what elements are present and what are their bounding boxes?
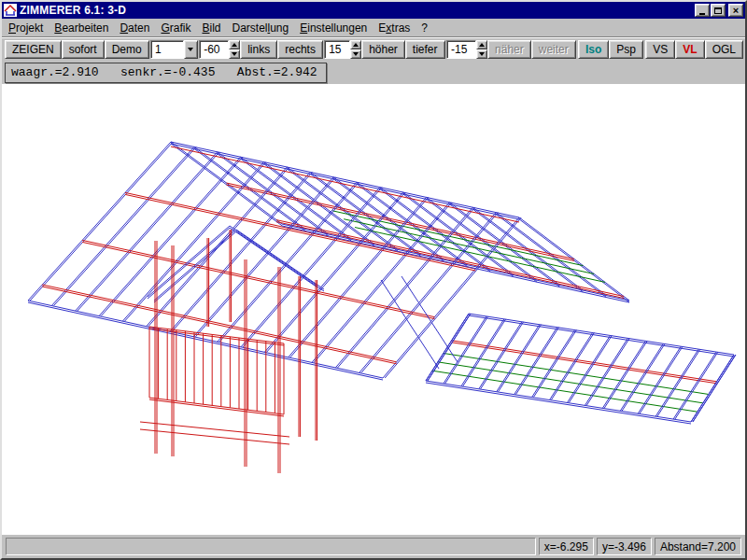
window-title: ZIMMERER 6.1: 3-D xyxy=(20,4,695,17)
menubar: ProjektBearbeitenDatenGrafikBildDarstell… xyxy=(2,19,745,37)
weiter-button: weiter xyxy=(531,40,576,59)
links-button[interactable]: links xyxy=(240,40,277,59)
tiefer-button[interactable]: tiefer xyxy=(405,40,445,59)
arrow-up-icon xyxy=(353,43,359,47)
menu-item-grafik[interactable]: Grafik xyxy=(155,20,196,36)
rotation-spinner-value[interactable]: -60 xyxy=(199,40,229,59)
close-button[interactable]: × xyxy=(728,4,743,17)
titlebar: ZIMMERER 6.1: 3-D × xyxy=(2,2,745,19)
psp-button[interactable]: Psp xyxy=(609,40,643,59)
maximize-icon xyxy=(714,7,722,14)
wireframe-drawing xyxy=(2,84,745,534)
dropdown-arrow-icon xyxy=(188,48,193,51)
chevron-down-icon[interactable] xyxy=(184,40,198,59)
menu-item-projekt[interactable]: Projekt xyxy=(3,20,49,36)
arrow-down-icon xyxy=(479,52,485,56)
rechts-button[interactable]: rechts xyxy=(277,40,323,59)
menu-item-help[interactable]: ? xyxy=(416,20,433,36)
menu-item-bild[interactable]: Bild xyxy=(196,20,226,36)
rotation-spinner[interactable]: -60 xyxy=(199,40,240,59)
titlebar-controls: × xyxy=(695,4,743,17)
menu-item-einstellungen[interactable]: Einstellungen xyxy=(294,20,373,36)
status-x-coordinate: x=-6.295 xyxy=(539,538,594,555)
menu-item-extras[interactable]: Extras xyxy=(373,20,416,36)
view-combobox-value[interactable]: 1 xyxy=(150,40,184,59)
view-combobox[interactable]: 1 xyxy=(150,40,198,59)
status-abstand: Abstand=7.200 xyxy=(655,538,741,555)
distance-spinner-value[interactable]: -15 xyxy=(446,40,476,59)
status-y-coordinate: y=-3.496 xyxy=(597,538,652,555)
distance-spin-down-button[interactable] xyxy=(476,49,487,59)
hoeher-button[interactable]: höher xyxy=(361,40,405,59)
maximize-button[interactable] xyxy=(711,4,726,17)
minimize-button[interactable] xyxy=(695,4,710,17)
vs-button[interactable]: VS xyxy=(645,40,675,59)
statusbar-message-area xyxy=(6,538,536,555)
tilt-spin-up-button[interactable] xyxy=(350,40,361,49)
demo-button[interactable]: Demo xyxy=(105,40,149,59)
rotation-spin-down-button[interactable] xyxy=(229,49,240,59)
naeher-button: näher xyxy=(487,40,531,59)
arrow-up-icon xyxy=(232,43,237,47)
sofort-button[interactable]: sofort xyxy=(62,40,105,59)
arrow-down-icon xyxy=(232,52,237,56)
arrow-down-icon xyxy=(353,52,359,56)
toolbar: ZEIGENsofortDemo1-60linksrechts15höherti… xyxy=(2,37,745,62)
ogl-button[interactable]: OGL xyxy=(705,40,743,59)
arrow-up-icon xyxy=(479,43,485,47)
statusbar: x=-6.295 y=-3.496 Abstand=7.200 xyxy=(2,534,745,558)
tilt-spinner[interactable]: 15 xyxy=(324,40,361,59)
distance-spinner-buttons xyxy=(476,40,487,59)
menu-item-daten[interactable]: Daten xyxy=(114,20,155,36)
drawing-canvas[interactable] xyxy=(2,84,745,534)
wireframe-geometry xyxy=(28,142,736,473)
rotation-spinner-buttons xyxy=(229,40,240,59)
menu-item-darstellung[interactable]: Darstellung xyxy=(227,20,295,36)
rotation-spin-up-button[interactable] xyxy=(229,40,240,49)
measurement-readout: waagr.=2.910 senkr.=-0.435 Abst.=2.942 xyxy=(5,63,327,83)
zeigen-button[interactable]: ZEIGEN xyxy=(5,40,62,59)
info-row: waagr.=2.910 senkr.=-0.435 Abst.=2.942 xyxy=(2,62,745,84)
tilt-spin-down-button[interactable] xyxy=(350,49,361,59)
tilt-spinner-buttons xyxy=(350,40,361,59)
vl-button[interactable]: VL xyxy=(675,40,704,59)
distance-spin-up-button[interactable] xyxy=(476,40,487,49)
app-icon[interactable] xyxy=(4,4,17,17)
distance-spinner[interactable]: -15 xyxy=(446,40,487,59)
tilt-spinner-value[interactable]: 15 xyxy=(324,40,350,59)
menu-item-bearbeiten[interactable]: Bearbeiten xyxy=(49,20,114,36)
iso-button[interactable]: Iso xyxy=(578,40,609,59)
minimize-icon xyxy=(699,13,705,15)
app-window: ZIMMERER 6.1: 3-D × ProjektBearbeitenDat… xyxy=(0,0,747,560)
